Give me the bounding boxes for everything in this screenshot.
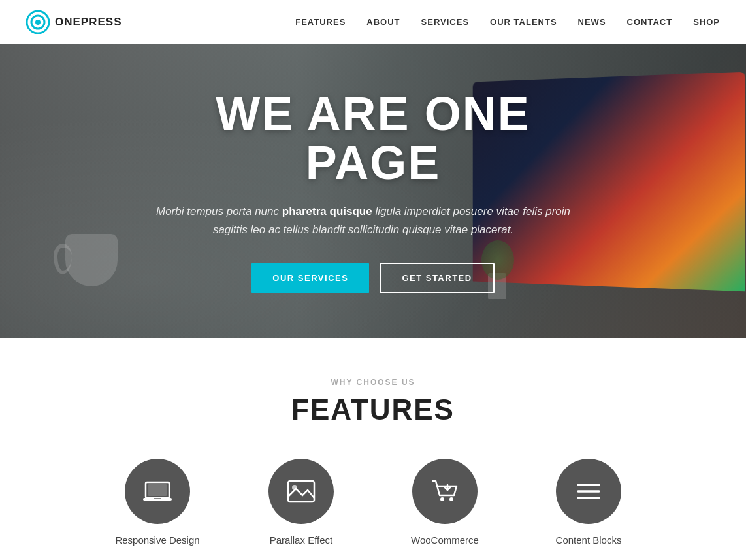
feature-icon-parallax — [268, 459, 334, 524]
logo-icon — [26, 10, 50, 34]
logo-text: ONEPRESS — [55, 16, 122, 29]
feature-label-woocommerce: WooCommerce — [411, 535, 479, 546]
laptop-icon — [142, 476, 173, 507]
hero-section: WE ARE ONE PAGE Morbi tempus porta nunc … — [0, 44, 746, 338]
header: ONEPRESS FEATURES ABOUT SERVICES OUR TAL… — [0, 0, 746, 44]
our-services-button[interactable]: OUR SERVICES — [251, 263, 369, 293]
features-label: WHY CHOOSE US — [26, 378, 720, 387]
feature-woocommerce: WooCommerce — [393, 459, 497, 546]
logo[interactable]: ONEPRESS — [26, 10, 122, 34]
hero-subtitle-bold: pharetra quisque — [282, 205, 372, 218]
nav-item-shop[interactable]: SHOP — [693, 17, 720, 27]
nav-item-news[interactable]: NEWS — [578, 17, 606, 27]
nav-item-services[interactable]: SERVICES — [421, 17, 470, 27]
hero-cup-decoration — [52, 227, 131, 299]
feature-icon-responsive — [125, 459, 190, 524]
nav-item-features[interactable]: FEATURES — [295, 17, 346, 27]
hero-buttons: OUR SERVICES GET STARTED — [141, 263, 605, 293]
feature-icon-woocommerce — [412, 459, 478, 524]
svg-rect-6 — [154, 498, 161, 499]
main-nav: FEATURES ABOUT SERVICES OUR TALENTS NEWS… — [295, 17, 720, 27]
get-started-button[interactable]: GET STARTED — [380, 263, 494, 293]
hero-title: WE ARE ONE PAGE — [141, 90, 605, 188]
feature-responsive: Responsive Design — [105, 459, 210, 546]
menu-icon — [573, 476, 604, 507]
hero-subtitle-plain: Morbi tempus porta nunc — [156, 205, 282, 218]
nav-item-talents[interactable]: OUR TALENTS — [490, 17, 557, 27]
svg-rect-7 — [288, 481, 314, 502]
hero-content: WE ARE ONE PAGE Morbi tempus porta nunc … — [128, 90, 618, 293]
features-title: FEATURES — [26, 393, 720, 426]
features-section: WHY CHOOSE US FEATURES Responsive Design — [0, 338, 746, 560]
nav-item-about[interactable]: ABOUT — [366, 17, 400, 27]
feature-icon-content-blocks — [556, 459, 621, 524]
feature-label-parallax: Parallax Effect — [270, 535, 332, 546]
image-icon — [285, 476, 317, 507]
svg-point-10 — [449, 497, 453, 501]
feature-content-blocks: Content Blocks — [536, 459, 641, 546]
svg-point-9 — [440, 497, 444, 501]
feature-label-responsive: Responsive Design — [115, 535, 199, 546]
feature-label-content-blocks: Content Blocks — [556, 535, 622, 546]
feature-parallax: Parallax Effect — [249, 459, 353, 546]
svg-point-2 — [35, 20, 41, 25]
hero-subtitle: Morbi tempus porta nunc pharetra quisque… — [141, 203, 585, 239]
nav-item-contact[interactable]: CONTACT — [627, 17, 673, 27]
cart-icon — [429, 476, 461, 507]
features-grid: Responsive Design Parallax Effect — [26, 459, 720, 546]
svg-rect-4 — [148, 484, 167, 496]
